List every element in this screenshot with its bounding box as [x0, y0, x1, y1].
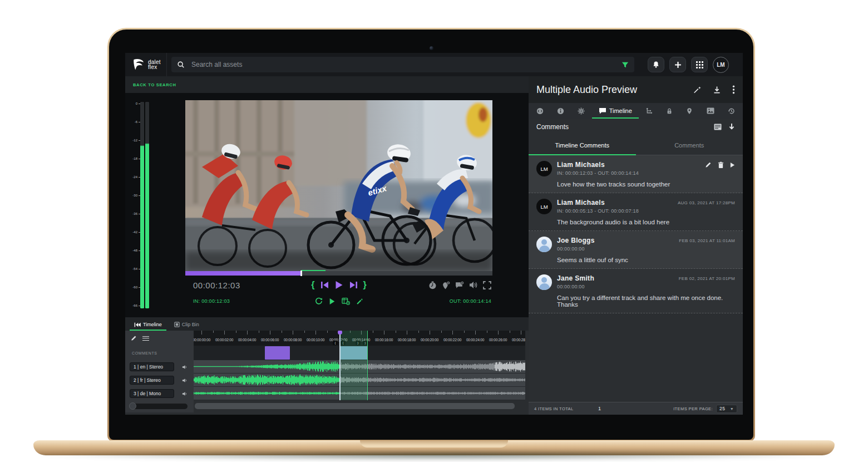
create-subclip-icon[interactable]	[342, 297, 350, 305]
avatar-initials: LM	[536, 199, 552, 214]
clip-bin-icon	[174, 322, 180, 327]
timeline-playhead[interactable]	[339, 334, 341, 400]
asset-title: Multiple Audio Preview	[536, 84, 693, 96]
play-range-icon[interactable]	[329, 298, 336, 305]
transport-controls: { }	[311, 281, 366, 289]
track-options-icon[interactable]	[142, 336, 149, 341]
ruler-tick	[396, 331, 396, 333]
download-icon[interactable]	[713, 86, 721, 94]
track-name-pill[interactable]: 1 | en | Stereo	[130, 362, 174, 371]
webcam-dot	[430, 46, 433, 50]
ruler-timecode-label: 00:00:10:00	[303, 338, 328, 342]
panel-tab-gear[interactable]	[576, 103, 586, 119]
panel-tab-image[interactable]	[706, 103, 716, 119]
wand-icon[interactable]	[693, 86, 702, 94]
subtab-timeline-comments[interactable]: Timeline Comments	[529, 135, 636, 155]
edit-comment-icon[interactable]	[705, 161, 712, 168]
comment-item[interactable]: Joe BloggsFEB 03, 2021 AT 11:01AM00:00:0…	[529, 231, 743, 269]
ruler-timecode-label: 00:00:06:00	[258, 338, 282, 342]
track-audio-icon[interactable]	[182, 378, 188, 383]
comment-author: Liam Michaels	[557, 161, 705, 169]
dalet-logo-icon	[132, 58, 145, 71]
in-point-label: IN: 00:00:12:03	[185, 298, 315, 304]
meter-scale-label: -48	[130, 249, 137, 252]
loop-selection-overlay[interactable]	[339, 331, 368, 400]
items-per-page-select[interactable]: 25 ▼	[716, 405, 737, 413]
add-comment-icon[interactable]	[455, 281, 464, 289]
meter-scale-label: -12	[130, 139, 137, 142]
timeline-zoom-slider[interactable]	[130, 404, 188, 409]
track-name-pill[interactable]: 2 | fr | Stereo	[130, 376, 174, 385]
loop-icon[interactable]	[315, 297, 323, 305]
comment-text: Love how the two tracks sound together	[557, 181, 735, 188]
step-forward-icon[interactable]	[349, 281, 358, 289]
meter-scale-label: -42	[130, 230, 137, 234]
dalet-flex-logo[interactable]: dalet flex	[125, 58, 164, 71]
back-to-search-link[interactable]: BACK TO SEARCH	[133, 82, 176, 87]
seek-bar[interactable]	[185, 271, 492, 276]
annotate-wand-icon[interactable]	[356, 298, 363, 305]
create-button[interactable]	[669, 57, 686, 72]
track-audio-icon[interactable]	[182, 391, 188, 396]
selection-grip-handle[interactable]: {	[333, 341, 338, 345]
page: dalet flex Search all assets	[0, 0, 868, 462]
delete-comment-icon[interactable]	[718, 161, 724, 169]
apps-grid-button[interactable]	[691, 57, 708, 72]
panel-tab-history[interactable]	[727, 103, 736, 119]
meter-scale-label: -6	[130, 120, 137, 124]
video-frame[interactable]: etixx	[185, 100, 492, 271]
laptop-bezel: dalet flex Search all assets	[109, 30, 753, 440]
ruler-timecode-label: 00:00:24:00	[463, 338, 487, 342]
subtab-comments[interactable]: Comments	[636, 135, 743, 155]
playback-speed-icon[interactable]	[428, 281, 437, 289]
kebab-menu-icon[interactable]	[732, 85, 735, 94]
zoom-slider-row	[125, 400, 194, 412]
plus-icon	[674, 61, 682, 68]
panel-tab-chat-timeline[interactable]: Timeline	[598, 103, 633, 119]
search-input[interactable]: Search all assets	[171, 57, 634, 72]
tab-timeline[interactable]: Timeline	[130, 322, 166, 331]
timeline-comment-block[interactable]	[265, 346, 290, 360]
timeline-tab-bar: Timeline Clip Bin	[125, 317, 529, 331]
fullscreen-icon[interactable]	[483, 281, 491, 289]
comment-timecode-range: 00:00:00:00	[557, 246, 735, 252]
panel-tab-info[interactable]	[556, 103, 565, 119]
comment-text: Can you try a different track and share …	[557, 294, 735, 308]
add-marker-icon[interactable]	[442, 281, 450, 289]
step-back-icon[interactable]	[320, 281, 329, 289]
comment-actions	[705, 161, 735, 169]
play-comment-range-icon[interactable]	[730, 162, 735, 168]
tab-clip-bin[interactable]: Clip Bin	[170, 322, 204, 331]
track-audio-icon[interactable]	[182, 365, 188, 370]
comment-item[interactable]: LMLiam MichaelsAUG 03, 2021 AT 17:28PMIN…	[529, 193, 743, 231]
comment-item[interactable]: Jane SmithFEB 02, 2021 AT 20:01PM00:00:0…	[529, 269, 743, 313]
volume-icon[interactable]	[469, 281, 478, 289]
avatar-initials: LM	[536, 161, 552, 176]
track-label-row: 3 | de | Mono	[125, 387, 194, 400]
meter-scale-label: -54	[130, 267, 137, 271]
mark-in-brace-icon[interactable]: {	[311, 281, 314, 289]
track-name-pill[interactable]: 3 | de | Mono	[130, 389, 174, 398]
timeline-playhead-dot[interactable]	[338, 331, 342, 335]
seek-progress	[185, 271, 301, 276]
back-bar: BACK TO SEARCH	[125, 76, 529, 93]
comment-card-view-icon[interactable]	[714, 124, 722, 130]
zoom-slider-knob[interactable]	[129, 402, 136, 410]
panel-tab-tree[interactable]	[644, 103, 654, 119]
panel-tab-lock[interactable]	[665, 103, 674, 119]
comment-item[interactable]: LMLiam MichaelsIN: 00:00:12:03 - OUT: 00…	[529, 155, 743, 193]
ruler-tick	[441, 331, 442, 333]
notifications-button[interactable]	[648, 57, 664, 72]
filter-funnel-icon[interactable]	[622, 61, 629, 68]
panel-tab-pin[interactable]	[685, 103, 694, 119]
comment-author: Joe Bloggs	[557, 237, 679, 244]
play-icon[interactable]	[335, 281, 343, 289]
user-avatar[interactable]: LM	[713, 57, 729, 73]
seek-playhead[interactable]	[300, 271, 302, 276]
ruler-tick	[327, 331, 328, 333]
timeline-horizontal-scrollbar[interactable]	[195, 403, 515, 409]
pagination-current-page[interactable]: 1	[598, 406, 601, 411]
edit-pencil-icon[interactable]	[131, 335, 137, 341]
panel-tab-code[interactable]	[535, 103, 545, 119]
export-comments-icon[interactable]	[728, 123, 735, 131]
